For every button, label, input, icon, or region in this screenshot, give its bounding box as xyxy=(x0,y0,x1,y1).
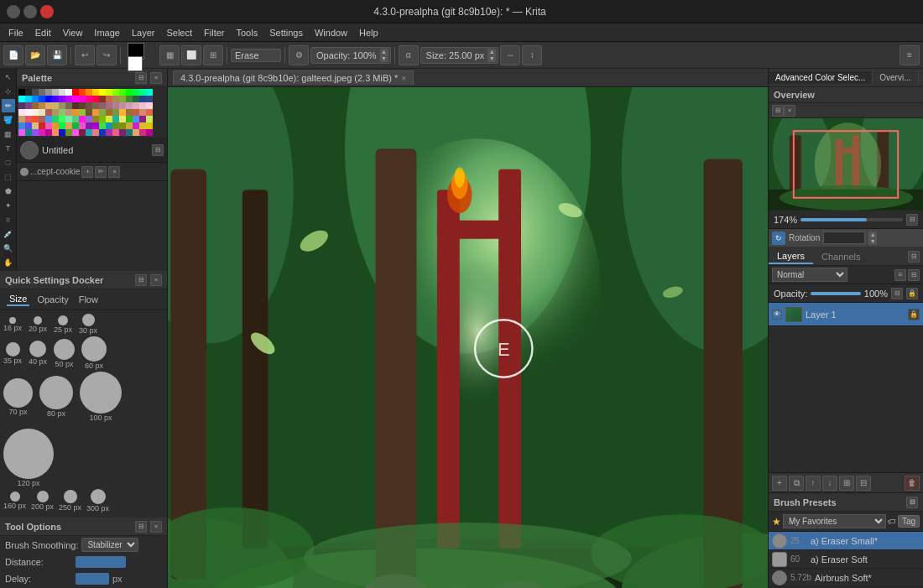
palette-cell[interactable] xyxy=(139,102,146,109)
layer-options-button[interactable]: ≡ xyxy=(894,269,906,281)
menu-tools[interactable]: Tools xyxy=(232,26,263,39)
to-close-button[interactable]: × xyxy=(150,521,162,533)
mirror-h-button[interactable]: ↔ xyxy=(500,45,520,65)
move-layer-down[interactable]: ↓ xyxy=(822,476,837,491)
tab-advanced-color[interactable]: Advanced Color Selec... xyxy=(769,71,873,84)
edit-preset-button[interactable]: ✏ xyxy=(95,166,107,178)
palette-cell[interactable] xyxy=(86,109,92,116)
palette-cell[interactable] xyxy=(39,116,45,122)
menu-filter[interactable]: Filter xyxy=(199,26,229,39)
palette-cell[interactable] xyxy=(106,116,112,122)
palette-cell[interactable] xyxy=(32,129,39,136)
layers-float-button[interactable]: ⊟ xyxy=(908,251,920,263)
qs-float-button[interactable]: ⊟ xyxy=(135,274,147,286)
tag-button[interactable]: Tag xyxy=(898,515,920,528)
palette-cell[interactable] xyxy=(99,102,106,109)
palette-cell[interactable] xyxy=(18,89,25,96)
palette-cell[interactable] xyxy=(79,116,86,122)
brush-preset-button[interactable]: ⬜ xyxy=(181,45,201,65)
size-item-200[interactable]: 200 px xyxy=(31,491,54,511)
palette-cell[interactable] xyxy=(92,116,99,122)
size-item-100[interactable]: 100 px xyxy=(80,372,122,422)
undo-button[interactable]: ↩ xyxy=(75,45,95,65)
size-item-30[interactable]: 30 px xyxy=(79,314,97,335)
menu-settings[interactable]: Settings xyxy=(264,26,308,39)
palette-cell[interactable] xyxy=(86,122,92,129)
canvas-tab-item[interactable]: 4.3.0-prealpha (git 8c9b10e): galteed.jp… xyxy=(173,70,414,85)
palette-cell[interactable] xyxy=(18,129,25,136)
palette-float-button[interactable]: ⊟ xyxy=(135,72,147,84)
palette-cell[interactable] xyxy=(106,89,112,96)
background-color[interactable] xyxy=(128,56,143,71)
menu-file[interactable]: File xyxy=(3,26,29,39)
preserve-alpha-button[interactable]: α xyxy=(399,45,419,65)
size-spinner[interactable]: Size: 25.00 px ▲ ▼ xyxy=(420,47,499,64)
palette-cell[interactable] xyxy=(72,122,79,129)
palette-cell[interactable] xyxy=(146,109,153,116)
palette-cell[interactable] xyxy=(25,89,32,96)
palette-cell[interactable] xyxy=(72,89,79,96)
palette-cell[interactable] xyxy=(65,116,72,122)
tab-opacity[interactable]: Opacity xyxy=(34,293,70,306)
tool-crop[interactable]: ⌗ xyxy=(2,213,15,226)
palette-cell[interactable] xyxy=(126,89,133,96)
palette-cell[interactable] xyxy=(45,102,52,109)
palette-cell[interactable] xyxy=(25,122,32,129)
palette-cell[interactable] xyxy=(59,109,65,116)
tool-transform[interactable]: ⊹ xyxy=(2,85,15,98)
to-float-button[interactable]: ⊟ xyxy=(135,521,147,533)
rotation-down[interactable]: ▼ xyxy=(868,238,877,245)
ov-float-button[interactable]: ⊟ xyxy=(772,105,784,117)
palette-cell[interactable] xyxy=(32,122,39,129)
canvas-viewport[interactable]: E xyxy=(168,87,768,588)
palette-cell[interactable] xyxy=(99,122,106,129)
minimize-button[interactable] xyxy=(7,5,20,18)
palette-cell[interactable] xyxy=(25,102,32,109)
palette-cell[interactable] xyxy=(133,89,139,96)
palette-cell[interactable] xyxy=(106,102,112,109)
palette-cell[interactable] xyxy=(146,96,153,102)
tab-flow[interactable]: Flow xyxy=(76,293,101,306)
palette-cell[interactable] xyxy=(133,96,139,102)
palette-cell[interactable] xyxy=(139,96,146,102)
palette-cell[interactable] xyxy=(59,129,65,136)
palette-cell[interactable] xyxy=(139,89,146,96)
opacity-down[interactable]: ▼ xyxy=(380,55,388,62)
palette-cell[interactable] xyxy=(126,96,133,102)
ov-close-button[interactable]: × xyxy=(784,105,795,117)
palette-cell[interactable] xyxy=(45,129,52,136)
palette-cell[interactable] xyxy=(112,116,119,122)
palette-cell[interactable] xyxy=(126,129,133,136)
palette-cell[interactable] xyxy=(139,109,146,116)
delay-input[interactable]: 50 xyxy=(76,573,109,585)
palette-cell[interactable] xyxy=(86,89,92,96)
palette-cell[interactable] xyxy=(106,109,112,116)
size-item-80[interactable]: 80 px xyxy=(39,376,73,418)
palette-cell[interactable] xyxy=(146,89,153,96)
palette-cell[interactable] xyxy=(18,116,25,122)
size-up[interactable]: ▲ xyxy=(488,49,496,55)
palette-cell[interactable] xyxy=(139,116,146,122)
opacity-lock[interactable]: 🔒 xyxy=(906,288,918,299)
palette-cell[interactable] xyxy=(72,96,79,102)
bp-item-2[interactable]: 5.72b Airbrush Soft* xyxy=(769,569,923,587)
palette-cell[interactable] xyxy=(119,116,126,122)
tool-brush[interactable]: ✏ xyxy=(2,99,15,112)
palette-cell[interactable] xyxy=(99,109,106,116)
open-button[interactable]: 📂 xyxy=(25,45,45,65)
palette-cell[interactable] xyxy=(25,96,32,102)
palette-cell[interactable] xyxy=(119,96,126,102)
palette-cell[interactable] xyxy=(106,122,112,129)
palette-cell[interactable] xyxy=(133,129,139,136)
palette-cell[interactable] xyxy=(72,102,79,109)
palette-cell[interactable] xyxy=(18,122,25,129)
palette-cell[interactable] xyxy=(45,122,52,129)
palette-cell[interactable] xyxy=(119,102,126,109)
palette-cell[interactable] xyxy=(72,109,79,116)
palette-cell[interactable] xyxy=(86,116,92,122)
palette-cell[interactable] xyxy=(32,116,39,122)
palette-cell[interactable] xyxy=(79,129,86,136)
mirror-v-button[interactable]: ↕ xyxy=(522,45,542,65)
palette-cell[interactable] xyxy=(79,96,86,102)
brush-grid-button[interactable]: ⊞ xyxy=(203,45,223,65)
